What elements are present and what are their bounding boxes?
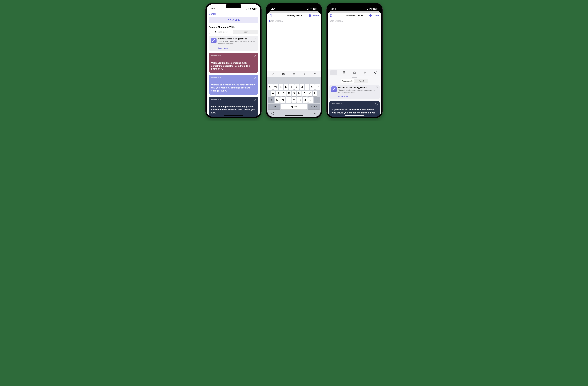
key-h[interactable]: H (297, 91, 301, 96)
toolbar-photos-icon[interactable] (340, 70, 348, 75)
editor-textarea[interactable]: Start writing... (328, 19, 381, 69)
key-l[interactable]: L (313, 91, 317, 96)
keyboard[interactable]: QWERTYUIOP ASDFGHJKL MNBVCXZ 123 space r… (267, 77, 321, 117)
key-k[interactable]: K (307, 91, 312, 96)
key-o[interactable]: O (310, 84, 315, 90)
key-p[interactable]: P (315, 84, 320, 90)
bookmark-icon[interactable] (269, 14, 272, 18)
segment-recent[interactable]: Recent (233, 30, 258, 34)
backspace-key[interactable] (314, 97, 320, 103)
key-g[interactable]: G (292, 91, 296, 96)
keyboard-predictions[interactable] (268, 78, 320, 84)
status-time: 2:54 (332, 8, 336, 10)
key-j[interactable]: J (302, 91, 307, 96)
svg-point-4 (310, 15, 311, 16)
done-button[interactable]: Done (374, 15, 379, 17)
key-w[interactable]: W (273, 84, 278, 90)
editor-textarea[interactable]: Start writing... (267, 19, 321, 71)
home-indicator[interactable] (345, 115, 364, 116)
toolbar-location-icon[interactable] (372, 70, 379, 75)
new-entry-button[interactable]: New Entry (209, 17, 258, 23)
reflection-label: REFLECTION (211, 99, 256, 100)
key-y[interactable]: Y (294, 84, 299, 90)
refresh-icon[interactable] (375, 103, 378, 106)
privacy-body: "Journal" only has access to the suggest… (338, 89, 378, 94)
segment-recommended[interactable]: Recommended (341, 79, 355, 83)
refresh-icon[interactable] (253, 55, 256, 58)
key-v[interactable]: V (292, 97, 296, 103)
reflection-card-2[interactable]: REFLECTION What is one choice you've mad… (209, 75, 258, 95)
bookmark-icon[interactable] (330, 14, 333, 18)
keyboard-row-3: MNBVCXZ (268, 97, 320, 103)
key-i[interactable]: I (305, 84, 309, 90)
toolbar-camera-icon[interactable] (351, 70, 358, 75)
shift-key[interactable] (268, 97, 274, 103)
toolbar-suggestions-icon[interactable] (330, 70, 337, 75)
done-button[interactable]: Done (313, 15, 319, 17)
learn-more-link[interactable]: Learn More (218, 47, 228, 49)
close-icon[interactable]: ✕ (254, 37, 256, 40)
key-u[interactable]: U (299, 84, 304, 90)
key-c[interactable]: C (297, 97, 302, 103)
toolbar-audio-icon[interactable] (361, 70, 368, 75)
dynamic-island (286, 4, 302, 8)
segment-recent[interactable]: Recent (355, 79, 368, 83)
key-x[interactable]: X (303, 97, 308, 103)
toolbar-audio-icon[interactable] (301, 72, 308, 76)
suggestions-panel[interactable]: Recommended Recent Private Access to Sug… (328, 76, 381, 117)
key-e[interactable]: E (279, 84, 283, 90)
editor-placeholder: Start writing... (270, 20, 283, 22)
key-b[interactable]: B (286, 97, 291, 103)
battery-indicator: 69 (373, 8, 378, 10)
reflection-card-1[interactable]: REFLECTION Write about a time someone ma… (209, 53, 258, 73)
key-a[interactable]: A (271, 91, 275, 96)
space-key[interactable]: space (281, 104, 307, 109)
close-icon[interactable]: ✕ (376, 86, 378, 88)
cellular-icon (307, 8, 309, 10)
svg-point-2 (309, 15, 310, 16)
dictation-key[interactable] (314, 112, 317, 116)
key-d[interactable]: D (281, 91, 286, 96)
editor-date: Thursday, Oct 26 (346, 15, 363, 17)
segment-recommended[interactable]: Recommended (209, 30, 233, 34)
reflection-prompt: If you could get advice from any person … (332, 108, 377, 114)
svg-point-20 (344, 72, 344, 72)
segmented-control[interactable]: Recommended Recent (209, 30, 258, 34)
cancel-button[interactable]: Cancel (209, 13, 216, 15)
numbers-key[interactable]: 123 (268, 104, 280, 109)
key-n[interactable]: N (280, 97, 285, 103)
refresh-icon[interactable] (253, 99, 256, 102)
toolbar-location-icon[interactable] (311, 72, 318, 76)
reflection-card[interactable]: REFLECTION If you could get advice from … (329, 101, 380, 117)
segmented-control[interactable]: Recommended Recent (341, 79, 368, 83)
screen-1: 2:54 69 Cancel New Entry Select a Moment… (207, 4, 260, 117)
emoji-key[interactable] (271, 112, 274, 116)
ellipsis-icon[interactable] (369, 14, 372, 18)
toolbar-camera-icon[interactable] (291, 72, 297, 76)
key-t[interactable]: T (289, 84, 294, 90)
ellipsis-icon[interactable] (309, 14, 311, 18)
section-title: Select a Moment & Write (209, 26, 258, 29)
key-q[interactable]: Q (268, 84, 273, 90)
key-s[interactable]: S (276, 91, 281, 96)
toolbar-photos-icon[interactable] (280, 72, 287, 76)
svg-point-7 (283, 73, 284, 74)
return-key[interactable]: return (308, 104, 320, 109)
drag-handle[interactable] (352, 77, 357, 78)
status-right: 69 (307, 8, 317, 10)
text-caret (269, 20, 270, 22)
key-r[interactable]: R (284, 84, 289, 90)
reflection-card-3[interactable]: REFLECTION If you could get advice from … (209, 97, 258, 117)
privacy-body: "Journal" only has access to the suggest… (218, 40, 256, 45)
refresh-icon[interactable] (253, 77, 256, 80)
dynamic-island (226, 4, 241, 8)
learn-more-link[interactable]: Learn More (338, 95, 348, 98)
status-time: 2:54 (271, 8, 275, 10)
key-f[interactable]: F (287, 91, 291, 96)
home-indicator[interactable] (224, 115, 243, 116)
toolbar-suggestions-icon[interactable] (270, 72, 277, 76)
home-indicator[interactable] (285, 115, 303, 116)
key-z[interactable]: Z (308, 97, 313, 103)
key-m[interactable]: M (275, 97, 280, 103)
keyboard-row-1: QWERTYUIOP (268, 84, 320, 90)
